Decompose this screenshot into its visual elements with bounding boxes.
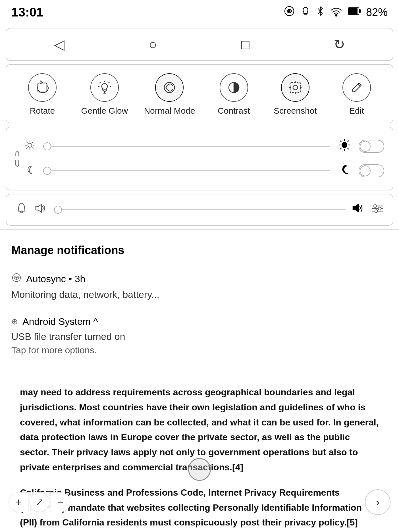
android-system-sub: Tap for more options. — [11, 345, 388, 356]
svg-rect-6 — [359, 9, 360, 13]
section-divider — [0, 229, 399, 230]
svg-line-34 — [26, 147, 28, 149]
action-rotate[interactable]: Rotate — [20, 73, 65, 116]
android-system-icon: ⊕ — [11, 317, 18, 326]
svg-point-52 — [375, 210, 378, 213]
paragraph-2: California Business and Professions Code… — [20, 485, 379, 532]
svg-line-32 — [32, 147, 33, 149]
gentle-glow-label: Gentle Glow — [81, 106, 128, 116]
rotate-icon-circle — [28, 73, 57, 102]
svg-point-50 — [374, 205, 377, 207]
svg-marker-46 — [353, 204, 359, 212]
svg-point-9 — [102, 84, 107, 89]
action-contrast[interactable]: Contrast — [211, 73, 257, 116]
speaker-low-icon — [34, 201, 48, 218]
svg-line-25 — [358, 84, 360, 86]
svg-line-33 — [32, 142, 33, 143]
battery-percentage: 82% — [366, 6, 388, 18]
brightness-low-icon — [23, 140, 37, 153]
svg-rect-19 — [290, 82, 300, 93]
lightbulb-icon — [300, 6, 311, 19]
quick-actions-panel: Rotate Gentle Glow — [6, 64, 393, 123]
battery-icon — [348, 6, 361, 18]
bell-icon — [15, 201, 28, 218]
back-button[interactable]: ◁ — [54, 36, 65, 52]
volume-settings-icon[interactable] — [371, 202, 384, 218]
autosync-header: Autosync • 3h — [11, 273, 388, 285]
moon-low-icon — [23, 165, 37, 177]
manage-notifications-section: Manage notifications — [0, 232, 399, 270]
auto-brightness-icon: ∩U — [15, 148, 20, 169]
volume-slider[interactable] — [53, 209, 346, 211]
zoom-expand-button[interactable]: ⤢ — [30, 492, 49, 512]
brightness-row — [23, 134, 384, 159]
action-edit[interactable]: Edit — [334, 73, 379, 116]
moon-high-icon — [336, 163, 353, 178]
status-bar: 13:01 — [0, 0, 399, 24]
svg-line-41 — [348, 148, 349, 149]
svg-rect-8 — [38, 83, 47, 92]
svg-point-20 — [293, 85, 298, 90]
status-icons: 82% — [284, 5, 388, 19]
action-normal-mode[interactable]: Normal Mode — [144, 73, 195, 116]
zoom-controls: + ⤢ − — [9, 492, 70, 512]
normal-mode-icon-circle — [155, 73, 184, 102]
svg-line-31 — [26, 142, 28, 143]
zoom-out-button[interactable]: − — [51, 492, 70, 512]
wifi-icon — [330, 6, 343, 19]
darkmode-row — [23, 159, 384, 183]
action-gentle-glow[interactable]: Gentle Glow — [81, 73, 128, 116]
autosync-body: Monitoring data, network, battery... — [11, 287, 388, 302]
refresh-button[interactable]: ↻ — [334, 36, 345, 52]
action-screenshot[interactable]: Screenshot — [273, 73, 318, 116]
svg-line-40 — [340, 141, 341, 142]
status-time: 13:01 — [11, 5, 43, 19]
svg-point-51 — [378, 207, 381, 210]
android-system-notification[interactable]: ⊕ Android System ^ USB file transfer tur… — [0, 313, 399, 364]
svg-marker-45 — [36, 204, 41, 212]
quick-actions-row: Rotate Gentle Glow — [13, 73, 386, 116]
autosync-icon — [284, 5, 295, 19]
screenshot-icon-circle — [281, 73, 309, 102]
svg-line-15 — [109, 82, 109, 83]
autosync-notif-icon — [11, 273, 22, 285]
manage-notifications-title: Manage notifications — [11, 244, 388, 257]
contrast-label: Contrast — [218, 106, 250, 116]
speaker-high-icon — [351, 201, 365, 218]
brightness-panel: ∩U — [6, 127, 393, 190]
svg-point-4 — [335, 14, 337, 16]
svg-rect-7 — [349, 8, 357, 14]
screenshot-label: Screenshot — [274, 106, 317, 116]
zoom-in-button[interactable]: + — [9, 492, 28, 512]
autosync-title: Autosync • 3h — [26, 273, 85, 284]
edit-icon-circle — [342, 73, 371, 102]
home-button[interactable]: ○ — [149, 37, 157, 52]
svg-point-26 — [28, 143, 32, 147]
content-divider — [0, 370, 399, 370]
nav-bar: ◁ ○ □ ↻ — [6, 28, 393, 61]
android-system-title: Android System ^ — [22, 316, 98, 327]
edit-label: Edit — [349, 106, 364, 116]
gentle-glow-icon-circle — [90, 73, 119, 102]
recents-button[interactable]: □ — [241, 37, 250, 52]
svg-line-14 — [100, 82, 101, 83]
android-system-body: USB file transfer turned on — [11, 329, 388, 344]
svg-point-1 — [288, 10, 290, 12]
normal-mode-label: Normal Mode — [144, 106, 195, 116]
brightness-slider[interactable] — [43, 145, 330, 147]
darkmode-toggle[interactable] — [359, 164, 384, 177]
brightness-toggle[interactable] — [359, 140, 384, 153]
svg-line-43 — [340, 148, 341, 149]
paragraph-1: may need to address requirements across … — [20, 385, 379, 475]
volume-panel — [6, 194, 393, 226]
contrast-icon-circle — [220, 73, 248, 102]
svg-point-35 — [342, 142, 347, 147]
rotate-label: Rotate — [30, 106, 55, 116]
brightness-high-icon — [336, 139, 353, 154]
darkmode-slider[interactable] — [43, 170, 330, 172]
next-button[interactable]: › — [365, 489, 390, 515]
bluetooth-icon — [316, 6, 325, 19]
autosync-notification[interactable]: Autosync • 3h Monitoring data, network, … — [0, 270, 399, 310]
svg-line-42 — [348, 141, 349, 142]
android-system-header: ⊕ Android System ^ — [11, 316, 388, 327]
